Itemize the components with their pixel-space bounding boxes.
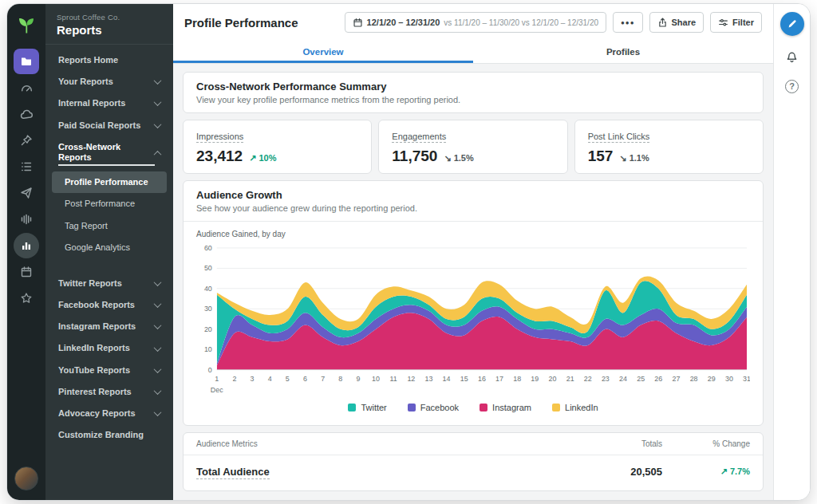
sidebar-nav: Reports HomeYour ReportsInternal Reports…	[45, 45, 173, 500]
svg-text:28: 28	[690, 375, 698, 383]
table-header-metrics: Audience Metrics	[196, 439, 543, 448]
pin-icon[interactable]	[14, 128, 39, 153]
publish-plane-icon[interactable]	[14, 180, 39, 206]
svg-text:21: 21	[566, 375, 574, 383]
help-button[interactable]: ?	[782, 76, 803, 96]
sidebar-item-facebook-reports[interactable]: Facebook Reports	[52, 294, 167, 316]
table-header-row: Audience Metrics Totals % Change	[184, 433, 763, 455]
summary-card: Cross-Network Performance Summary View y…	[183, 72, 764, 113]
stacked-area-chart[interactable]: 0102030405060123456789101112131415161718…	[196, 242, 750, 400]
sprout-logo-icon[interactable]	[14, 12, 39, 37]
filter-button[interactable]: Filter	[710, 12, 762, 33]
summary-title: Cross-Network Performance Summary	[196, 81, 750, 93]
metric-change: ↘ 1.5%	[444, 153, 473, 163]
sidebar-item-pinterest-reports[interactable]: Pinterest Reports	[52, 381, 167, 403]
svg-text:4: 4	[268, 375, 272, 383]
filter-button-label: Filter	[732, 18, 754, 27]
chevron-up-icon	[154, 151, 162, 159]
svg-text:60: 60	[204, 244, 212, 252]
svg-text:30: 30	[725, 375, 733, 383]
sidebar-item-label: LinkedIn Reports	[58, 343, 130, 353]
svg-text:10: 10	[204, 345, 212, 353]
svg-text:29: 29	[708, 375, 716, 383]
table-body: Total Audience20,505↗ 7.7%	[184, 455, 763, 490]
notifications-button[interactable]	[782, 45, 803, 66]
svg-text:24: 24	[619, 375, 627, 383]
table-row-label[interactable]: Total Audience	[196, 466, 270, 479]
svg-text:40: 40	[204, 285, 212, 293]
legend-item-facebook[interactable]: Facebook	[408, 403, 459, 412]
sidebar-item-tag-report[interactable]: Tag Report	[52, 215, 167, 237]
tab-bar: OverviewProfiles	[173, 41, 773, 64]
date-range-primary: 12/1/20 – 12/31/20	[367, 18, 440, 27]
tab-profiles[interactable]: Profiles	[473, 41, 773, 63]
sidebar-item-label: Internal Reports	[58, 98, 125, 108]
sidebar-item-your-reports[interactable]: Your Reports	[52, 71, 167, 93]
chevron-down-icon	[154, 77, 162, 85]
metric-label[interactable]: Post Link Clicks	[588, 132, 650, 143]
table-header-totals[interactable]: Totals	[543, 439, 662, 448]
analytics-chart-icon[interactable]	[14, 233, 39, 258]
svg-text:2: 2	[232, 375, 236, 383]
compose-button[interactable]	[780, 12, 804, 36]
sidebar-item-google-analytics[interactable]: Google Analytics	[52, 237, 167, 258]
calendar-icon[interactable]	[14, 259, 39, 285]
sidebar-item-advocacy-reports[interactable]: Advocacy Reports	[52, 403, 167, 424]
legend-item-instagram[interactable]: Instagram	[480, 403, 531, 412]
sidebar-item-customize-branding[interactable]: Customize Branding	[52, 424, 167, 446]
sidebar-item-reports-home[interactable]: Reports Home	[52, 49, 167, 71]
sidebar-item-instagram-reports[interactable]: Instagram Reports	[52, 316, 167, 337]
sidebar-item-profile-performance[interactable]: Profile Performance	[52, 171, 167, 193]
sidebar-item-label: Customize Branding	[58, 430, 144, 440]
icon-rail	[7, 4, 45, 500]
metric-change: ↗ 10%	[249, 153, 276, 163]
sidebar-item-linkedin-reports[interactable]: LinkedIn Reports	[52, 337, 167, 359]
legend-item-twitter[interactable]: Twitter	[348, 403, 386, 412]
chart-legend: TwitterFacebookInstagramLinkedIn	[196, 400, 750, 422]
user-avatar[interactable]	[14, 467, 38, 490]
metric-label[interactable]: Engagements	[392, 132, 446, 143]
svg-text:9: 9	[356, 375, 360, 383]
svg-text:26: 26	[654, 375, 662, 383]
summary-subtitle: View your key profile performance metric…	[196, 95, 750, 104]
listening-waves-icon[interactable]	[14, 207, 39, 232]
svg-text:31: 31	[743, 375, 750, 383]
svg-text:0: 0	[208, 366, 212, 374]
svg-text:12: 12	[407, 375, 415, 383]
inbox-cloud-icon[interactable]	[14, 101, 39, 127]
svg-text:3: 3	[251, 375, 255, 383]
sidebar-item-twitter-reports[interactable]: Twitter Reports	[52, 273, 167, 294]
svg-text:10: 10	[372, 375, 380, 383]
chart-title: Audience Gained, by day	[196, 230, 750, 238]
more-options-button[interactable]: ●●●	[613, 12, 643, 33]
metric-card-post-link-clicks: Post Link Clicks157↘ 1.1%	[574, 120, 764, 174]
star-icon[interactable]	[14, 285, 39, 311]
tab-overview[interactable]: Overview	[173, 41, 473, 63]
sidebar-item-internal-reports[interactable]: Internal Reports	[52, 93, 167, 114]
table-header-change[interactable]: % Change	[662, 439, 750, 448]
share-button[interactable]: Share	[649, 12, 705, 33]
queue-list-icon[interactable]	[14, 154, 39, 179]
legend-item-linkedin[interactable]: LinkedIn	[552, 403, 598, 412]
legend-swatch	[552, 404, 560, 411]
svg-text:7: 7	[321, 375, 325, 383]
chevron-down-icon	[154, 344, 162, 352]
sidebar-item-youtube-reports[interactable]: YouTube Reports	[52, 360, 167, 381]
svg-text:8: 8	[338, 375, 342, 383]
metric-value: 157	[588, 148, 614, 165]
svg-text:20: 20	[548, 375, 556, 383]
reports-folder-icon[interactable]	[14, 49, 39, 74]
svg-text:16: 16	[478, 375, 486, 383]
ellipsis-icon: ●●●	[621, 19, 635, 26]
date-range-button[interactable]: 12/1/20 – 12/31/20 vs 11/1/20 – 11/30/20…	[345, 12, 606, 33]
metric-label[interactable]: Impressions	[196, 132, 243, 143]
sidebar-item-post-performance[interactable]: Post Performance	[52, 193, 167, 215]
calendar-icon	[353, 18, 363, 28]
sidebar-item-label: Cross-Network Reports	[58, 142, 155, 166]
date-range-comparison: vs 11/1/20 – 11/30/20 vs 12/1/20 – 12/31…	[444, 18, 598, 27]
sidebar-item-cross-network-reports[interactable]: Cross-Network Reports	[52, 136, 167, 171]
dashboard-gauge-icon[interactable]	[14, 75, 39, 100]
chevron-down-icon	[154, 300, 162, 308]
svg-text:5: 5	[286, 375, 290, 383]
sidebar-item-paid-social-reports[interactable]: Paid Social Reports	[52, 115, 167, 136]
